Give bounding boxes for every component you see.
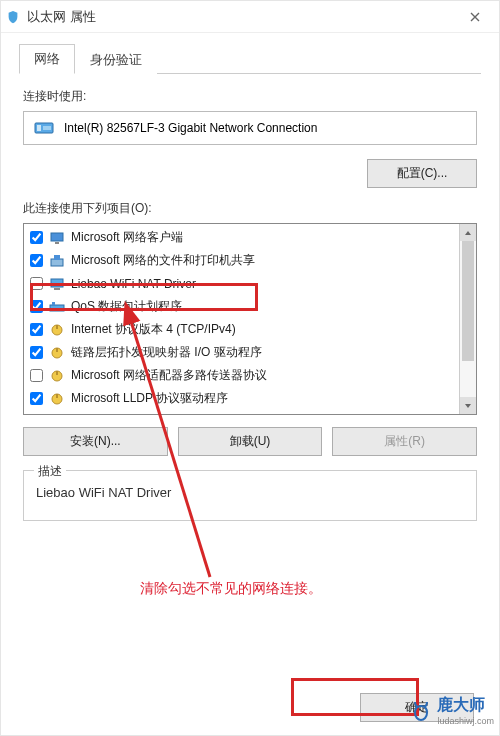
watermark-url: ludashiwj.com: [437, 716, 494, 726]
client-icon: [49, 230, 65, 246]
description-text: Liebao WiFi NAT Driver: [36, 485, 464, 500]
svg-rect-3: [51, 233, 63, 241]
configure-button[interactable]: 配置(C)...: [367, 159, 477, 188]
svg-rect-7: [51, 279, 63, 287]
scroll-up-button[interactable]: [460, 224, 476, 241]
list-item-checkbox[interactable]: [30, 346, 43, 359]
svg-rect-14: [56, 348, 58, 352]
list-item[interactable]: Microsoft 网络的文件和打印机共享: [24, 249, 459, 272]
svg-rect-5: [51, 259, 63, 266]
list-item-checkbox[interactable]: [30, 231, 43, 244]
tabs: 网络 身份验证: [19, 43, 481, 74]
scroll-down-button[interactable]: [460, 397, 476, 414]
svg-rect-18: [56, 394, 58, 398]
list-item-checkbox[interactable]: [30, 254, 43, 267]
components-listbox: Microsoft 网络客户端Microsoft 网络的文件和打印机共享Lieb…: [23, 223, 477, 415]
connect-using-label: 连接时使用:: [23, 88, 477, 105]
uninstall-button[interactable]: 卸载(U): [178, 427, 323, 456]
list-item-label: 链路层拓扑发现映射器 I/O 驱动程序: [71, 344, 262, 361]
share-icon: [49, 253, 65, 269]
list-item[interactable]: Microsoft 网络适配器多路传送器协议: [24, 364, 459, 387]
svg-rect-4: [55, 242, 59, 244]
list-item-label: Liebao WiFi NAT Driver: [71, 277, 196, 291]
list-item-label: Microsoft LLDP 协议驱动程序: [71, 390, 228, 407]
nic-icon: [34, 120, 54, 136]
svg-rect-9: [50, 305, 64, 311]
scroll-thumb[interactable]: [462, 241, 474, 361]
adapter-box: Intel(R) 82567LF-3 Gigabit Network Conne…: [23, 111, 477, 145]
list-item-label: Microsoft 网络客户端: [71, 229, 183, 246]
annotation-text: 清除勾选不常见的网络连接。: [140, 580, 322, 598]
list-item[interactable]: Liebao WiFi NAT Driver: [24, 272, 459, 295]
proto-icon: [49, 391, 65, 407]
install-button[interactable]: 安装(N)...: [23, 427, 168, 456]
svg-rect-1: [37, 125, 41, 131]
scrollbar[interactable]: [459, 224, 476, 414]
proto-icon: [49, 368, 65, 384]
deer-icon: [409, 699, 433, 723]
svg-rect-16: [56, 371, 58, 375]
svg-rect-10: [52, 302, 55, 305]
description-group: 描述 Liebao WiFi NAT Driver: [23, 470, 477, 521]
list-item[interactable]: QoS 数据包计划程序: [24, 295, 459, 318]
list-item[interactable]: Internet 协议版本 4 (TCP/IPv4): [24, 318, 459, 341]
list-item[interactable]: Microsoft LLDP 协议驱动程序: [24, 387, 459, 410]
proto-icon: [49, 322, 65, 338]
list-item-label: QoS 数据包计划程序: [71, 298, 182, 315]
svg-rect-12: [56, 325, 58, 329]
tab-auth[interactable]: 身份验证: [75, 45, 157, 74]
svg-rect-8: [54, 288, 60, 290]
list-item-checkbox[interactable]: [30, 300, 43, 313]
titlebar: 以太网 属性: [1, 1, 499, 33]
list-item-label: Microsoft 网络的文件和打印机共享: [71, 252, 255, 269]
list-item-label: Microsoft 网络适配器多路传送器协议: [71, 367, 267, 384]
scroll-track[interactable]: [460, 241, 476, 397]
svg-rect-2: [43, 126, 51, 130]
properties-button: 属性(R): [332, 427, 477, 456]
svg-rect-6: [54, 255, 60, 260]
watermark: 鹿大师 ludashiwj.com: [409, 695, 494, 726]
proto-icon: [49, 345, 65, 361]
list-item-checkbox[interactable]: [30, 369, 43, 382]
list-item-checkbox[interactable]: [30, 392, 43, 405]
list-item-checkbox[interactable]: [30, 277, 43, 290]
watermark-brand: 鹿大师: [437, 696, 485, 713]
list-item[interactable]: 链路层拓扑发现映射器 I/O 驱动程序: [24, 341, 459, 364]
window-title: 以太网 属性: [27, 8, 455, 26]
qos-icon: [49, 299, 65, 315]
adapter-name: Intel(R) 82567LF-3 Gigabit Network Conne…: [64, 121, 317, 135]
tab-network[interactable]: 网络: [19, 44, 75, 74]
uses-items-label: 此连接使用下列项目(O):: [23, 200, 477, 217]
shield-icon: [5, 9, 21, 25]
close-button[interactable]: [455, 3, 495, 31]
list-item-checkbox[interactable]: [30, 323, 43, 336]
description-legend: 描述: [34, 463, 66, 480]
list-item-label: Internet 协议版本 4 (TCP/IPv4): [71, 321, 236, 338]
list-item[interactable]: Microsoft 网络客户端: [24, 226, 459, 249]
driver-icon: [49, 276, 65, 292]
